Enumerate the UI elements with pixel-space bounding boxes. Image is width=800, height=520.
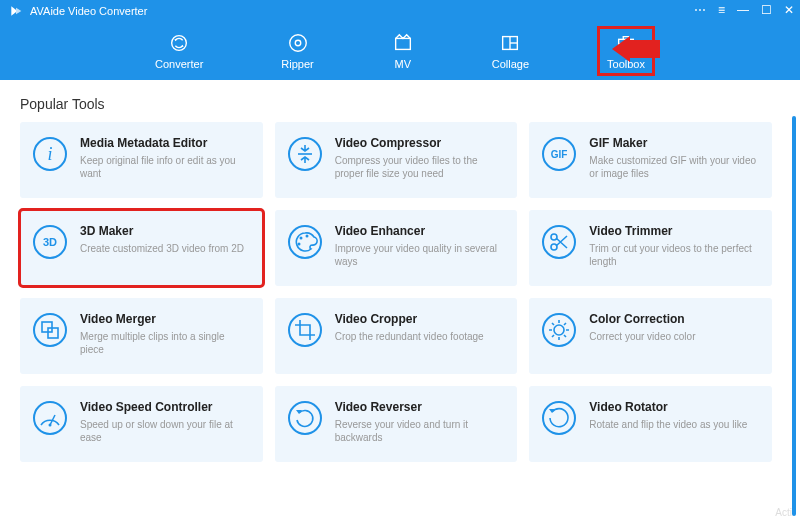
converter-icon xyxy=(168,32,190,54)
tile-title: GIF Maker xyxy=(589,136,760,150)
svg-rect-26 xyxy=(48,328,58,338)
tab-toolbox[interactable]: Toolbox xyxy=(599,28,653,74)
scrollbar[interactable] xyxy=(792,116,796,516)
tile-text: Video EnhancerImprove your video quality… xyxy=(335,224,506,268)
tool-video-enhancer[interactable]: Video EnhancerImprove your video quality… xyxy=(275,210,518,286)
tab-label: Collage xyxy=(492,58,529,70)
tile-desc: Compress your video files to the proper … xyxy=(335,154,506,180)
compress-icon xyxy=(287,136,323,172)
tile-desc: Crop the redundant video footage xyxy=(335,330,506,343)
svg-point-28 xyxy=(543,314,575,346)
tab-label: MV xyxy=(394,58,411,70)
tool-video-trimmer[interactable]: Video TrimmerTrim or cut your videos to … xyxy=(529,210,772,286)
tile-title: Video Reverser xyxy=(335,400,506,414)
tile-title: Video Rotator xyxy=(589,400,760,414)
crop-icon xyxy=(287,312,323,348)
tool-video-compressor[interactable]: Video CompressorCompress your video file… xyxy=(275,122,518,198)
tile-title: Media Metadata Editor xyxy=(80,136,251,150)
tile-title: Video Speed Controller xyxy=(80,400,251,414)
tab-label: Toolbox xyxy=(607,58,645,70)
tile-title: Video Merger xyxy=(80,312,251,326)
tile-text: Video CropperCrop the redundant video fo… xyxy=(335,312,506,343)
svg-text:3D: 3D xyxy=(43,236,57,248)
tile-desc: Reverse your video and turn it backwards xyxy=(335,418,506,444)
svg-point-30 xyxy=(34,402,66,434)
palette-icon xyxy=(287,224,323,260)
tile-text: Video CompressorCompress your video file… xyxy=(335,136,506,180)
toolbox-icon xyxy=(615,32,637,54)
tile-text: Color CorrectionCorrect your video color xyxy=(589,312,760,343)
tool-video-rotator[interactable]: Video RotatorRotate and flip the video a… xyxy=(529,386,772,462)
tile-text: Video ReverserReverse your video and tur… xyxy=(335,400,506,444)
tile-text: Media Metadata EditorKeep original file … xyxy=(80,136,251,180)
svg-point-29 xyxy=(554,325,564,335)
rotate-icon xyxy=(541,400,577,436)
tile-title: Video Trimmer xyxy=(589,224,760,238)
close-icon[interactable]: ✕ xyxy=(784,3,794,17)
app-title: AVAide Video Converter xyxy=(30,5,147,17)
tool-media-metadata-editor[interactable]: iMedia Metadata EditorKeep original file… xyxy=(20,122,263,198)
tool-color-correction[interactable]: Color CorrectionCorrect your video color xyxy=(529,298,772,374)
tool-video-merger[interactable]: Video MergerMerge multiple clips into a … xyxy=(20,298,263,374)
svg-text:GIF: GIF xyxy=(551,149,568,160)
tile-title: Video Cropper xyxy=(335,312,506,326)
svg-point-1 xyxy=(289,35,306,52)
tab-collage[interactable]: Collage xyxy=(484,28,537,74)
mv-icon xyxy=(392,32,414,54)
menu-icon[interactable]: ≡ xyxy=(718,3,725,17)
tool-gif-maker[interactable]: GIFGIF MakerMake customized GIF with you… xyxy=(529,122,772,198)
tile-text: 3D MakerCreate customized 3D video from … xyxy=(80,224,251,255)
tile-desc: Keep original file info or edit as you w… xyxy=(80,154,251,180)
scissors-icon xyxy=(541,224,577,260)
section-title: Popular Tools xyxy=(20,96,780,112)
svg-point-20 xyxy=(297,243,300,246)
tile-desc: Rotate and flip the video as you like xyxy=(589,418,760,431)
tab-ripper[interactable]: Ripper xyxy=(273,28,321,74)
tile-text: GIF MakerMake customized GIF with your v… xyxy=(589,136,760,180)
tile-title: Color Correction xyxy=(589,312,760,326)
svg-point-32 xyxy=(289,402,321,434)
merge-icon xyxy=(32,312,68,348)
tile-title: Video Enhancer xyxy=(335,224,506,238)
tab-mv[interactable]: MV xyxy=(384,28,422,74)
speed-icon xyxy=(32,400,68,436)
tile-desc: Make customized GIF with your video or i… xyxy=(589,154,760,180)
tools-grid: iMedia Metadata EditorKeep original file… xyxy=(20,122,780,462)
tile-desc: Merge multiple clips into a single piece xyxy=(80,330,251,356)
main-tabs: Converter Ripper MV Collage Toolbox xyxy=(0,22,800,74)
tile-desc: Trim or cut your videos to the perfect l… xyxy=(589,242,760,268)
svg-point-31 xyxy=(49,424,52,427)
svg-rect-25 xyxy=(42,322,52,332)
tile-desc: Speed up or slow down your file at ease xyxy=(80,418,251,444)
svg-text:i: i xyxy=(47,144,52,164)
tile-desc: Create customized 3D video from 2D xyxy=(80,242,251,255)
titlebar: AVAide Video Converter ⋯ ≡ — ☐ ✕ xyxy=(0,0,800,22)
watermark-text: Acti xyxy=(775,507,792,518)
collage-icon xyxy=(499,32,521,54)
svg-rect-3 xyxy=(395,38,410,49)
tool-3d-maker[interactable]: 3D3D MakerCreate customized 3D video fro… xyxy=(20,210,263,286)
svg-point-27 xyxy=(289,314,321,346)
tile-text: Video Speed ControllerSpeed up or slow d… xyxy=(80,400,251,444)
svg-point-19 xyxy=(305,235,308,238)
reverse-icon xyxy=(287,400,323,436)
app-header: AVAide Video Converter ⋯ ≡ — ☐ ✕ Convert… xyxy=(0,0,800,80)
tab-converter[interactable]: Converter xyxy=(147,28,211,74)
maximize-icon[interactable]: ☐ xyxy=(761,3,772,17)
tile-text: Video RotatorRotate and flip the video a… xyxy=(589,400,760,431)
tile-desc: Correct your video color xyxy=(589,330,760,343)
window-controls: ⋯ ≡ — ☐ ✕ xyxy=(694,3,794,17)
feedback-icon[interactable]: ⋯ xyxy=(694,3,706,17)
minimize-icon[interactable]: — xyxy=(737,3,749,17)
i-icon: i xyxy=(32,136,68,172)
tab-label: Converter xyxy=(155,58,203,70)
content-area: Popular Tools iMedia Metadata EditorKeep… xyxy=(0,80,800,520)
svg-point-21 xyxy=(543,226,575,258)
3D-icon: 3D xyxy=(32,224,68,260)
svg-point-24 xyxy=(34,314,66,346)
tool-video-reverser[interactable]: Video ReverserReverse your video and tur… xyxy=(275,386,518,462)
tile-text: Video MergerMerge multiple clips into a … xyxy=(80,312,251,356)
tool-video-speed-controller[interactable]: Video Speed ControllerSpeed up or slow d… xyxy=(20,386,263,462)
tool-video-cropper[interactable]: Video CropperCrop the redundant video fo… xyxy=(275,298,518,374)
sun-icon xyxy=(541,312,577,348)
